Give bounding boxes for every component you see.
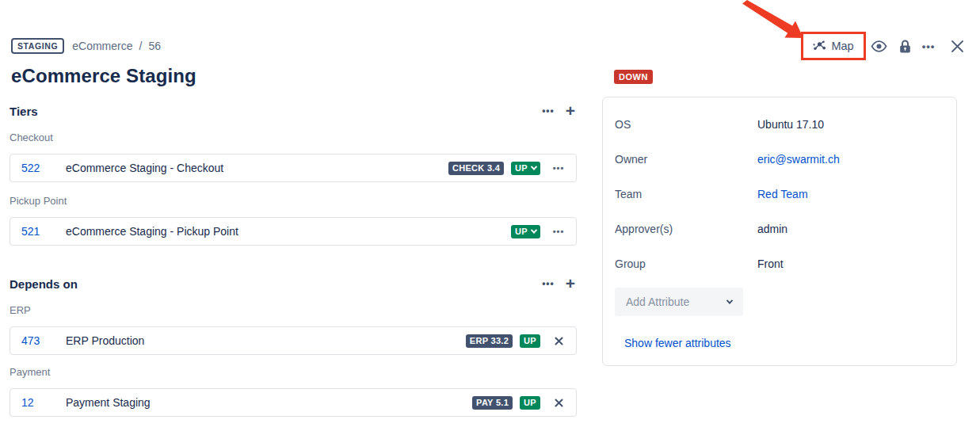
attribute-label: OS: [615, 118, 757, 131]
status-badge: UP: [520, 334, 540, 348]
section-title: Tiers: [10, 105, 38, 118]
status-label: UP: [515, 163, 528, 174]
tiers-add-button[interactable]: +: [566, 104, 575, 118]
status-badge-down: DOWN: [614, 70, 653, 84]
close-button[interactable]: [948, 36, 967, 55]
tier-row-pickup-point[interactable]: 521 eCommerce Staging - Pickup Point UP …: [10, 217, 577, 246]
ellipsis-icon: •••: [922, 40, 936, 52]
object-name: eCommerce Staging - Pickup Point: [66, 225, 511, 238]
attribute-label: Team: [615, 188, 757, 200]
attribute-row-group: Group Front: [615, 246, 944, 281]
ellipsis-icon: •••: [553, 227, 565, 236]
attribute-row-team: Team Red Team: [615, 177, 944, 212]
chevron-down-icon: [726, 297, 733, 303]
map-button[interactable]: Map: [801, 32, 866, 60]
row-remove-button[interactable]: [551, 399, 566, 407]
breadcrumb: STAGING eCommerce / 56: [11, 38, 161, 54]
attribute-value: Ubuntu 17.10: [757, 118, 824, 131]
group-label-checkout: Checkout: [10, 132, 577, 144]
close-icon: [555, 337, 563, 345]
attributes-panel: OS Ubuntu 17.10 Owner eric@swarmit.ch Te…: [602, 97, 957, 366]
add-attribute-dropdown[interactable]: Add Attribute: [615, 288, 743, 316]
object-id-link[interactable]: 521: [21, 225, 55, 238]
section-header-depends-on: Depends on ••• +: [10, 276, 577, 292]
row-remove-button[interactable]: [551, 337, 566, 345]
row-more-button[interactable]: •••: [551, 227, 566, 236]
team-link[interactable]: Red Team: [757, 188, 808, 200]
map-button-label: Map: [831, 40, 853, 52]
lock-icon: [899, 40, 911, 53]
page-title: eCommerce Staging: [11, 65, 196, 87]
attribute-row-os: OS Ubuntu 17.10: [615, 107, 944, 142]
group-label-erp: ERP: [10, 304, 577, 317]
breadcrumb-object-type[interactable]: eCommerce: [72, 40, 132, 52]
ellipsis-icon: •••: [553, 163, 565, 173]
section-header-tiers: Tiers ••• +: [10, 103, 577, 119]
owner-link[interactable]: eric@swarmit.ch: [757, 153, 840, 166]
close-icon: [951, 40, 964, 53]
object-id-link[interactable]: 473: [21, 334, 55, 347]
tier-row-checkout[interactable]: 522 eCommerce Staging - Checkout CHECK 3…: [10, 154, 577, 182]
tiers-more-button[interactable]: •••: [542, 105, 555, 116]
more-actions-button[interactable]: •••: [919, 36, 938, 55]
version-badge: CHECK 3.4: [448, 162, 504, 175]
group-label-pickup-point: Pickup Point: [10, 195, 577, 208]
depends-on-add-button[interactable]: +: [566, 277, 575, 291]
breadcrumb-separator: /: [139, 40, 143, 52]
dependency-row-erp[interactable]: 473 ERP Production ERP 33.2 UP: [10, 326, 577, 355]
chevron-down-icon: [531, 227, 537, 233]
breadcrumb-object-id[interactable]: 56: [148, 40, 161, 52]
object-name: Payment Staging: [66, 396, 472, 409]
depends-on-more-button[interactable]: •••: [542, 278, 555, 289]
status-dropdown[interactable]: UP: [511, 225, 540, 238]
attribute-label: Group: [615, 257, 757, 270]
attribute-value: Front: [757, 257, 784, 270]
dependency-row-payment[interactable]: 12 Payment Staging PAY 5.1 UP: [10, 388, 577, 417]
row-more-button[interactable]: •••: [551, 163, 566, 173]
lock-button[interactable]: [895, 36, 914, 55]
attribute-row-owner: Owner eric@swarmit.ch: [615, 142, 944, 177]
map-network-icon: [813, 40, 826, 52]
section-title: Depends on: [10, 277, 78, 291]
group-label-payment: Payment: [10, 366, 577, 379]
object-name: ERP Production: [66, 334, 466, 347]
object-id-link[interactable]: 522: [21, 162, 55, 174]
attribute-value: admin: [757, 223, 787, 235]
version-badge: PAY 5.1: [472, 396, 513, 410]
eye-icon: [871, 40, 887, 52]
object-id-link[interactable]: 12: [21, 396, 55, 409]
status-badge: UP: [520, 396, 540, 410]
status-dropdown[interactable]: UP: [511, 162, 540, 175]
version-badge: ERP 33.2: [466, 334, 513, 348]
relations-column: Tiers ••• + Checkout 522 eCommerce Stagi…: [10, 103, 577, 417]
watch-button[interactable]: [869, 36, 888, 55]
object-name: eCommerce Staging - Checkout: [66, 162, 448, 174]
attribute-label: Approver(s): [615, 223, 757, 235]
add-attribute-label: Add Attribute: [626, 296, 689, 308]
close-icon: [555, 399, 563, 407]
chevron-down-icon: [531, 163, 537, 170]
show-fewer-attributes-link[interactable]: Show fewer attributes: [624, 337, 731, 349]
attribute-label: Owner: [615, 153, 757, 166]
environment-badge: STAGING: [11, 38, 64, 54]
attribute-row-approvers: Approver(s) admin: [615, 212, 944, 246]
status-label: UP: [515, 227, 528, 237]
